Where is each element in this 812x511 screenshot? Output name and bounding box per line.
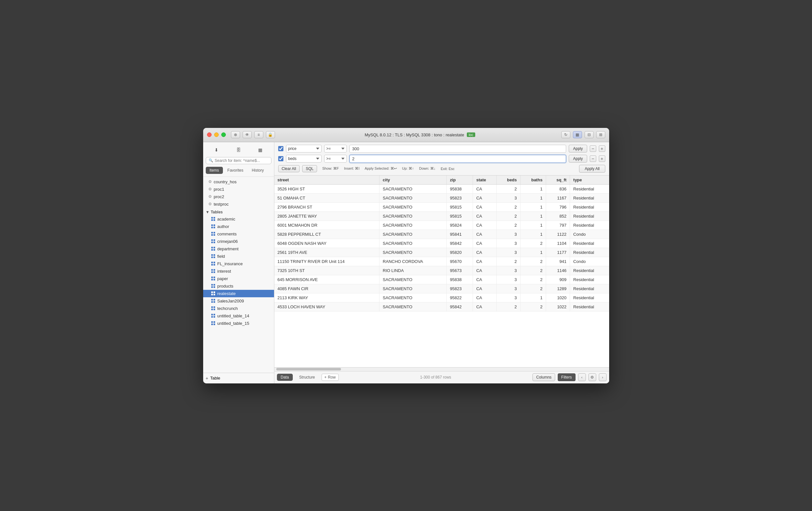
- filter-value-input-2[interactable]: [349, 155, 567, 163]
- sidebar-tab-favorites[interactable]: Favorites: [224, 167, 247, 174]
- eye-button[interactable]: 👁: [243, 131, 252, 138]
- traffic-lights: [207, 132, 226, 137]
- col-header-street[interactable]: street: [274, 176, 379, 185]
- filter-checkbox-2[interactable]: [278, 156, 283, 161]
- sidebar-item-techcrunch[interactable]: techcrunch: [203, 305, 274, 312]
- table-row[interactable]: 5828 PEPPERMILL CTSACRAMENTO95841CA31112…: [274, 230, 609, 239]
- filter-value-input-1[interactable]: [349, 145, 567, 153]
- layout-button-1[interactable]: ▦: [573, 131, 582, 138]
- table-cell: 95820: [446, 248, 473, 257]
- sidebar-item-academic[interactable]: academic: [203, 215, 274, 223]
- col-header-city[interactable]: city: [379, 176, 447, 185]
- table-cell: Residential: [570, 239, 609, 248]
- sidebar-item-country-hos[interactable]: ⚙ country_hos: [203, 178, 274, 186]
- table-row[interactable]: 4085 FAWN CIRSACRAMENTO95823CA321289Resi…: [274, 284, 609, 293]
- filter-add-button-1[interactable]: +: [599, 145, 605, 152]
- window: ⊗ 👁 ≡ 🔒 MySQL 8.0.12 : TLS : MySQL 3308 …: [203, 128, 609, 383]
- col-header-type[interactable]: type: [570, 176, 609, 185]
- sidebar-item-proc1[interactable]: ⚙ proc1: [203, 186, 274, 193]
- sidebar-item-paper[interactable]: paper: [203, 275, 274, 283]
- col-header-state[interactable]: state: [473, 176, 497, 185]
- filter-op-select-2[interactable]: >=: [324, 155, 347, 163]
- horizontal-scrollbar[interactable]: [274, 367, 609, 371]
- sidebar-item-products[interactable]: products: [203, 283, 274, 290]
- table-row[interactable]: 7325 10TH STRIO LINDA95673CA321146Reside…: [274, 266, 609, 275]
- sidebar-icon-database[interactable]: 🗄: [233, 145, 243, 155]
- sidebar-icon-grid[interactable]: ▦: [255, 145, 266, 155]
- col-header-baths[interactable]: baths: [520, 176, 546, 185]
- table-row[interactable]: 2113 KIRK WAYSACRAMENTO95822CA311020Resi…: [274, 293, 609, 302]
- tab-data[interactable]: Data: [277, 374, 293, 381]
- apply-button-1[interactable]: Apply: [569, 145, 587, 153]
- table-row[interactable]: 2796 BRANCH STSACRAMENTO95815CA21796Resi…: [274, 203, 609, 212]
- col-header-beds[interactable]: beds: [497, 176, 520, 185]
- table-row[interactable]: 3526 HIGH STSACRAMENTO95838CA21836Reside…: [274, 184, 609, 193]
- sidebar-icon-download[interactable]: ⬇: [211, 145, 222, 155]
- sidebar-item-untitled-14[interactable]: untitled_table_14: [203, 312, 274, 320]
- filter-field-select-1[interactable]: price: [286, 145, 322, 153]
- filter-checkbox-1[interactable]: [278, 146, 283, 151]
- sidebar-tab-items[interactable]: Items: [206, 167, 223, 174]
- col-header-sqft[interactable]: sq_ft: [546, 176, 570, 185]
- nav-prev-button[interactable]: ‹: [578, 373, 586, 381]
- svg-rect-34: [211, 279, 213, 280]
- add-row-button[interactable]: + Row: [322, 374, 339, 381]
- sidebar-bottom[interactable]: + Table: [203, 373, 274, 383]
- table-row[interactable]: 4533 LOCH HAVEN WAYSACRAMENTO95842CA2210…: [274, 302, 609, 311]
- sidebar-item-author[interactable]: author: [203, 223, 274, 230]
- layout-button-2[interactable]: ⊟: [585, 131, 593, 138]
- table-row[interactable]: 645 MORRISON AVESACRAMENTO95838CA32909Re…: [274, 275, 609, 284]
- sidebar-item-salesjan2009[interactable]: SalesJan2009: [203, 297, 274, 305]
- layout-button-3[interactable]: ⊞: [596, 131, 605, 138]
- filter-op-select-1[interactable]: >=: [324, 145, 347, 153]
- sidebar-item-comments[interactable]: comments: [203, 230, 274, 238]
- sql-button[interactable]: SQL: [302, 165, 317, 172]
- close-button[interactable]: [207, 132, 211, 137]
- table-row[interactable]: 2805 JANETTE WAYSACRAMENTO95815CA21852Re…: [274, 212, 609, 220]
- sidebar-tab-history[interactable]: History: [248, 167, 267, 174]
- columns-button[interactable]: Columns: [532, 373, 555, 381]
- table-row[interactable]: 2561 19TH AVESACRAMENTO95820CA311177Resi…: [274, 248, 609, 257]
- table-icon: [211, 314, 215, 318]
- scrollbar-thumb[interactable]: [276, 368, 341, 371]
- filters-button[interactable]: Filters: [558, 373, 576, 381]
- table-row[interactable]: 51 OMAHA CTSACRAMENTO95823CA311167Reside…: [274, 193, 609, 203]
- table-row[interactable]: 6048 OGDEN NASH WAYSACRAMENTO95842CA3211…: [274, 239, 609, 248]
- apply-button-2[interactable]: Apply: [569, 155, 587, 163]
- table-icon: [211, 224, 215, 228]
- table-cell: Residential: [570, 184, 609, 193]
- col-header-zip[interactable]: zip: [446, 176, 473, 185]
- lock-button[interactable]: 🔒: [266, 131, 275, 138]
- svg-rect-6: [211, 227, 213, 228]
- table-row[interactable]: 6001 MCMAHON DRSACRAMENTO95824CA21797Res…: [274, 220, 609, 230]
- sidebar-item-untitled-15[interactable]: untitled_table_15: [203, 320, 274, 327]
- search-input[interactable]: [215, 158, 268, 163]
- clear-all-button[interactable]: Clear All: [278, 165, 300, 172]
- apply-all-button[interactable]: Apply All: [579, 165, 605, 172]
- stop-button[interactable]: ⊗: [231, 131, 240, 138]
- sidebar-item-interest[interactable]: interest: [203, 267, 274, 275]
- filter-remove-button-2[interactable]: −: [590, 156, 596, 162]
- svg-rect-39: [213, 286, 215, 288]
- minimize-button[interactable]: [214, 132, 219, 137]
- sidebar-section-tables[interactable]: ▼ Tables: [203, 208, 274, 215]
- sidebar-item-fl-insurance[interactable]: FL_insurance: [203, 260, 274, 267]
- sidebar-item-testproc[interactable]: ⚙ testproc: [203, 200, 274, 208]
- filter-add-button-2[interactable]: +: [599, 156, 605, 162]
- sidebar-item-proc2[interactable]: ⚙ proc2: [203, 193, 274, 200]
- sidebar-item-department[interactable]: department: [203, 245, 274, 252]
- tab-structure[interactable]: Structure: [295, 374, 319, 381]
- sidebar-item-crimejan06[interactable]: crimejan06: [203, 238, 274, 245]
- table-area[interactable]: street city zip state beds baths sq_ft t…: [274, 176, 609, 367]
- nav-next-button[interactable]: ›: [599, 373, 607, 381]
- filter-remove-button-1[interactable]: −: [590, 145, 596, 152]
- table-row[interactable]: 11150 TRINITY RIVER DR Unit 114RANCHO CO…: [274, 257, 609, 266]
- refresh-button[interactable]: ↻: [561, 131, 570, 138]
- fullscreen-button[interactable]: [221, 132, 226, 137]
- filter-field-select-2[interactable]: beds: [286, 155, 322, 163]
- gear-button[interactable]: ⚙: [588, 373, 596, 381]
- sidebar-item-field[interactable]: field: [203, 252, 274, 260]
- console-button[interactable]: ≡: [254, 131, 263, 138]
- svg-rect-38: [211, 286, 213, 288]
- sidebar-item-realestate[interactable]: realestate: [203, 290, 274, 297]
